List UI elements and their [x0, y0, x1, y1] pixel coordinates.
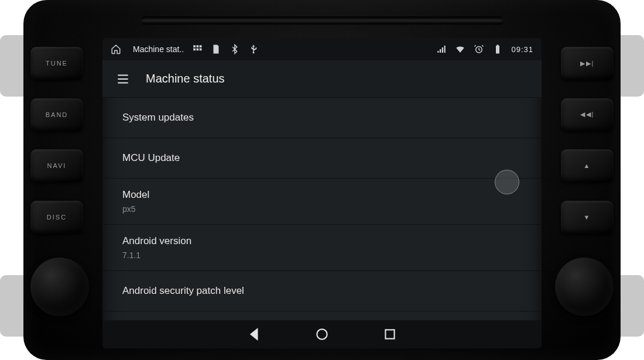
hw-button-navi[interactable]: NAVI: [30, 149, 83, 182]
row-system-updates[interactable]: System updates: [102, 98, 542, 138]
statusbar-clock: 09:31: [511, 45, 533, 54]
row-sub: 7.1.1: [122, 251, 522, 260]
sd-icon: [211, 44, 221, 54]
row-mcu-update[interactable]: MCU Update: [102, 138, 542, 179]
svg-rect-4: [197, 49, 199, 51]
row-model[interactable]: Model px5: [102, 179, 542, 225]
svg-rect-5: [200, 49, 202, 51]
android-screen: Machine stat..: [102, 38, 542, 348]
page-title: Machine status: [146, 72, 225, 85]
home-icon[interactable]: [111, 44, 121, 54]
hw-button-next[interactable]: ▶▶|: [561, 47, 614, 80]
status-bar: Machine stat..: [102, 38, 542, 60]
touch-indicator-icon: [495, 170, 519, 194]
recents-icon[interactable]: [382, 327, 398, 342]
row-label: Android security patch level: [122, 285, 522, 297]
alarm-icon: [474, 44, 484, 54]
svg-rect-10: [385, 330, 394, 338]
row-label: System updates: [122, 112, 522, 124]
hw-button-up[interactable]: ▲: [561, 149, 614, 182]
svg-rect-0: [193, 45, 196, 47]
battery-icon: [492, 44, 503, 54]
svg-rect-7: [496, 46, 499, 54]
hw-button-down[interactable]: ▼: [561, 201, 614, 234]
hw-button-prev[interactable]: ◀◀|: [561, 98, 614, 131]
hw-knob-power[interactable]: [30, 258, 89, 316]
row-sub: px5: [122, 204, 522, 214]
hw-knob-select[interactable]: [555, 258, 614, 316]
disc-slot[interactable]: [141, 16, 503, 25]
hamburger-icon[interactable]: [115, 71, 131, 87]
statusbar-title: Machine stat..: [133, 44, 184, 54]
head-unit-bezel: TUNE BAND NAVI DISC ▶▶| ◀◀| ▲ ▼ Machine …: [23, 0, 621, 360]
circle-home-icon[interactable]: [314, 327, 330, 342]
hardware-buttons-left: TUNE BAND NAVI DISC: [30, 47, 95, 316]
svg-point-9: [317, 329, 327, 339]
android-navbar: [102, 320, 542, 348]
svg-rect-3: [193, 49, 196, 51]
bluetooth-icon: [229, 44, 240, 54]
hardware-buttons-right: ▶▶| ◀◀| ▲ ▼: [549, 47, 614, 316]
row-label: MCU Update: [122, 152, 522, 164]
usb-icon: [248, 44, 259, 54]
svg-rect-1: [197, 45, 199, 47]
hw-button-band[interactable]: BAND: [30, 98, 83, 131]
row-label: Model: [122, 189, 522, 201]
row-android-version[interactable]: Android version 7.1.1: [102, 225, 542, 271]
settings-list[interactable]: System updates MCU Update Model px5 Andr…: [102, 98, 542, 320]
row-label: Android version: [122, 235, 522, 247]
signal-icon: [436, 44, 447, 54]
svg-rect-2: [200, 45, 202, 47]
wifi-icon: [455, 44, 465, 54]
apps-icon: [192, 44, 203, 54]
back-icon[interactable]: [246, 327, 262, 342]
svg-rect-8: [497, 45, 499, 46]
hw-button-disc[interactable]: DISC: [30, 201, 83, 234]
row-security-patch[interactable]: Android security patch level: [102, 271, 542, 311]
hw-button-tune[interactable]: TUNE: [30, 47, 83, 80]
settings-header: Machine status: [102, 60, 542, 98]
product-photo-canvas: TUNE BAND NAVI DISC ▶▶| ◀◀| ▲ ▼ Machine …: [0, 0, 644, 360]
